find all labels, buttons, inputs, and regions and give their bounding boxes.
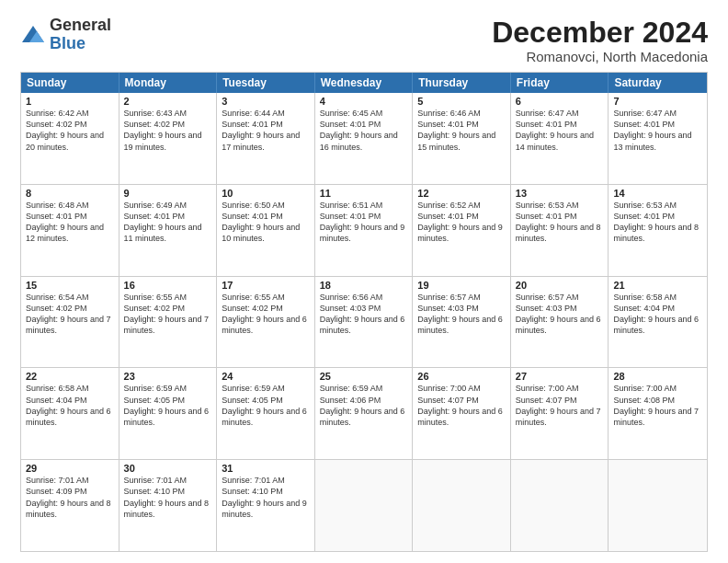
calendar-week: 15 Sunrise: 6:54 AM Sunset: 4:02 PM Dayl… (21, 276, 707, 368)
table-row: 6 Sunrise: 6:47 AM Sunset: 4:01 PM Dayli… (511, 93, 609, 184)
day-number: 23 (124, 371, 212, 382)
table-row: 31 Sunrise: 7:01 AM Sunset: 4:10 PM Dayl… (217, 460, 315, 551)
table-row: 17 Sunrise: 6:55 AM Sunset: 4:02 PM Dayl… (217, 277, 315, 368)
day-info: Sunrise: 6:46 AM Sunset: 4:01 PM Dayligh… (417, 108, 506, 153)
day-info: Sunrise: 6:56 AM Sunset: 4:03 PM Dayligh… (320, 292, 408, 337)
table-row: 1 Sunrise: 6:42 AM Sunset: 4:02 PM Dayli… (21, 93, 119, 184)
day-number: 26 (417, 371, 506, 382)
table-row: 10 Sunrise: 6:50 AM Sunset: 4:01 PM Dayl… (217, 185, 315, 276)
day-number: 16 (124, 280, 212, 291)
day-info: Sunrise: 6:44 AM Sunset: 4:01 PM Dayligh… (222, 108, 310, 153)
title-block: December 2024 Romanovci, North Macedonia (492, 17, 708, 64)
day-number: 25 (320, 371, 408, 382)
day-info: Sunrise: 7:01 AM Sunset: 4:10 PM Dayligh… (222, 475, 310, 520)
table-row: 24 Sunrise: 6:59 AM Sunset: 4:05 PM Dayl… (217, 368, 315, 459)
cal-header-day: Tuesday (217, 73, 315, 93)
day-number: 13 (516, 188, 604, 199)
calendar-week: 1 Sunrise: 6:42 AM Sunset: 4:02 PM Dayli… (21, 93, 707, 184)
table-row: 16 Sunrise: 6:55 AM Sunset: 4:02 PM Dayl… (119, 277, 218, 368)
day-info: Sunrise: 6:49 AM Sunset: 4:01 PM Dayligh… (124, 200, 212, 245)
day-number: 9 (124, 188, 212, 199)
day-info: Sunrise: 6:47 AM Sunset: 4:01 PM Dayligh… (613, 108, 702, 153)
table-row: 11 Sunrise: 6:51 AM Sunset: 4:01 PM Dayl… (315, 185, 414, 276)
header: General Blue December 2024 Romanovci, No… (20, 17, 708, 64)
calendar: SundayMondayTuesdayWednesdayThursdayFrid… (20, 72, 708, 552)
day-info: Sunrise: 6:55 AM Sunset: 4:02 PM Dayligh… (124, 292, 212, 337)
day-info: Sunrise: 7:00 AM Sunset: 4:08 PM Dayligh… (613, 383, 702, 428)
logo-icon (20, 22, 46, 48)
day-info: Sunrise: 6:48 AM Sunset: 4:01 PM Dayligh… (26, 200, 114, 245)
table-row: 7 Sunrise: 6:47 AM Sunset: 4:01 PM Dayli… (609, 93, 707, 184)
day-info: Sunrise: 7:01 AM Sunset: 4:09 PM Dayligh… (26, 475, 114, 520)
day-info: Sunrise: 7:01 AM Sunset: 4:10 PM Dayligh… (124, 475, 212, 520)
table-row: 14 Sunrise: 6:53 AM Sunset: 4:01 PM Dayl… (609, 185, 707, 276)
logo-general: General (50, 16, 111, 34)
table-row: 23 Sunrise: 6:59 AM Sunset: 4:05 PM Dayl… (119, 368, 218, 459)
day-number: 27 (516, 371, 604, 382)
calendar-week: 8 Sunrise: 6:48 AM Sunset: 4:01 PM Dayli… (21, 184, 707, 276)
table-row: 12 Sunrise: 6:52 AM Sunset: 4:01 PM Dayl… (413, 185, 511, 276)
table-row: 3 Sunrise: 6:44 AM Sunset: 4:01 PM Dayli… (217, 93, 315, 184)
subtitle: Romanovci, North Macedonia (492, 49, 708, 64)
logo-text: General Blue (50, 17, 111, 53)
table-row: 9 Sunrise: 6:49 AM Sunset: 4:01 PM Dayli… (119, 185, 218, 276)
main-title: December 2024 (492, 17, 708, 49)
calendar-header: SundayMondayTuesdayWednesdayThursdayFrid… (21, 73, 707, 93)
day-info: Sunrise: 6:53 AM Sunset: 4:01 PM Dayligh… (516, 200, 604, 245)
table-row: 5 Sunrise: 6:46 AM Sunset: 4:01 PM Dayli… (413, 93, 511, 184)
table-row (413, 460, 511, 551)
table-row: 28 Sunrise: 7:00 AM Sunset: 4:08 PM Dayl… (609, 368, 707, 459)
day-number: 22 (26, 371, 114, 382)
day-info: Sunrise: 6:58 AM Sunset: 4:04 PM Dayligh… (613, 292, 702, 337)
day-number: 20 (516, 280, 604, 291)
day-number: 14 (613, 188, 702, 199)
day-number: 29 (26, 463, 114, 474)
logo: General Blue (20, 17, 111, 53)
day-info: Sunrise: 6:51 AM Sunset: 4:01 PM Dayligh… (320, 200, 408, 245)
day-info: Sunrise: 7:00 AM Sunset: 4:07 PM Dayligh… (417, 383, 506, 428)
cal-header-day: Saturday (609, 73, 707, 93)
day-info: Sunrise: 6:42 AM Sunset: 4:02 PM Dayligh… (26, 108, 114, 153)
table-row (315, 460, 414, 551)
cal-header-day: Wednesday (315, 73, 414, 93)
day-info: Sunrise: 6:45 AM Sunset: 4:01 PM Dayligh… (320, 108, 408, 153)
table-row: 26 Sunrise: 7:00 AM Sunset: 4:07 PM Dayl… (413, 368, 511, 459)
day-info: Sunrise: 6:54 AM Sunset: 4:02 PM Dayligh… (26, 292, 114, 337)
day-number: 5 (417, 96, 506, 107)
day-number: 6 (516, 96, 604, 107)
table-row: 22 Sunrise: 6:58 AM Sunset: 4:04 PM Dayl… (21, 368, 119, 459)
cal-header-day: Thursday (413, 73, 511, 93)
day-number: 8 (26, 188, 114, 199)
day-number: 18 (320, 280, 408, 291)
table-row: 8 Sunrise: 6:48 AM Sunset: 4:01 PM Dayli… (21, 185, 119, 276)
day-number: 30 (124, 463, 212, 474)
day-number: 1 (26, 96, 114, 107)
day-number: 24 (222, 371, 310, 382)
table-row: 27 Sunrise: 7:00 AM Sunset: 4:07 PM Dayl… (511, 368, 609, 459)
table-row (511, 460, 609, 551)
day-info: Sunrise: 6:47 AM Sunset: 4:01 PM Dayligh… (516, 108, 604, 153)
day-info: Sunrise: 6:59 AM Sunset: 4:06 PM Dayligh… (320, 383, 408, 428)
table-row: 20 Sunrise: 6:57 AM Sunset: 4:03 PM Dayl… (511, 277, 609, 368)
table-row: 30 Sunrise: 7:01 AM Sunset: 4:10 PM Dayl… (119, 460, 218, 551)
day-info: Sunrise: 6:57 AM Sunset: 4:03 PM Dayligh… (417, 292, 506, 337)
cal-header-day: Friday (511, 73, 609, 93)
day-number: 3 (222, 96, 310, 107)
day-info: Sunrise: 6:57 AM Sunset: 4:03 PM Dayligh… (516, 292, 604, 337)
table-row: 2 Sunrise: 6:43 AM Sunset: 4:02 PM Dayli… (119, 93, 218, 184)
calendar-body: 1 Sunrise: 6:42 AM Sunset: 4:02 PM Dayli… (21, 93, 707, 551)
day-number: 4 (320, 96, 408, 107)
day-info: Sunrise: 6:59 AM Sunset: 4:05 PM Dayligh… (124, 383, 212, 428)
day-number: 12 (417, 188, 506, 199)
table-row: 13 Sunrise: 6:53 AM Sunset: 4:01 PM Dayl… (511, 185, 609, 276)
cal-header-day: Sunday (21, 73, 119, 93)
day-info: Sunrise: 6:58 AM Sunset: 4:04 PM Dayligh… (26, 383, 114, 428)
day-number: 28 (613, 371, 702, 382)
day-info: Sunrise: 6:59 AM Sunset: 4:05 PM Dayligh… (222, 383, 310, 428)
logo-blue: Blue (50, 34, 85, 52)
calendar-week: 22 Sunrise: 6:58 AM Sunset: 4:04 PM Dayl… (21, 367, 707, 459)
day-info: Sunrise: 7:00 AM Sunset: 4:07 PM Dayligh… (516, 383, 604, 428)
table-row: 21 Sunrise: 6:58 AM Sunset: 4:04 PM Dayl… (609, 277, 707, 368)
day-number: 19 (417, 280, 506, 291)
page: General Blue December 2024 Romanovci, No… (0, 0, 728, 563)
